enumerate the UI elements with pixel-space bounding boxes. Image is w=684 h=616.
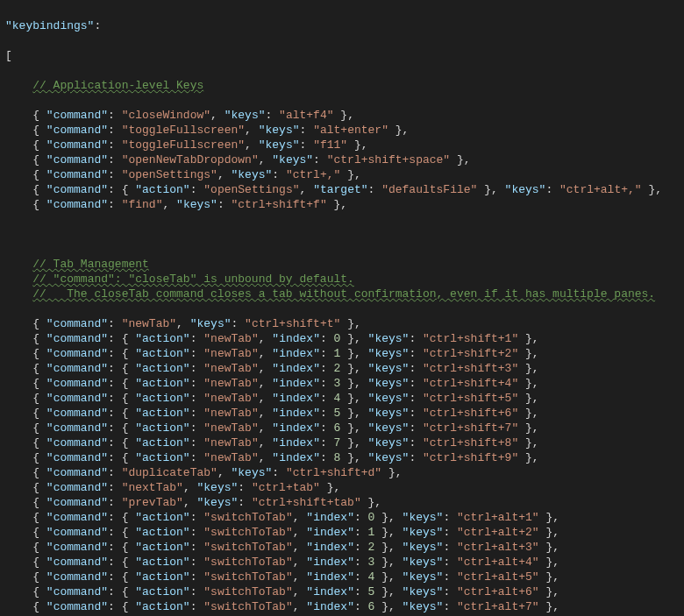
keybinding-entry: { "command": { "action": "switchToTab", … — [5, 555, 684, 570]
keybinding-entry: { "command": { "action": "newTab", "inde… — [5, 406, 684, 421]
comment-tab-mgmt: // "command": "closeTab" is unbound by d… — [5, 272, 684, 287]
code-editor[interactable]: "keybindings": [ // Application-level Ke… — [0, 0, 684, 616]
keybinding-entry: { "command": { "action": "switchToTab", … — [5, 570, 684, 584]
keybinding-entry: { "command": "toggleFullscreen", "keys":… — [5, 138, 684, 152]
keybinding-entry: { "command": "duplicateTab", "keys": "ct… — [5, 465, 684, 480]
keybinding-entry: { "command": { "action": "newTab", "inde… — [5, 331, 684, 346]
keybinding-entry: { "command": "closeWindow", "keys": "alt… — [5, 108, 684, 123]
keybinding-entry: { "command": { "action": "switchToTab", … — [5, 540, 684, 555]
json-array-open: [ — [5, 48, 684, 63]
comment-tab-mgmt: // Tab Management — [5, 257, 684, 272]
keybinding-entry: { "command": { "action": "switchToTab", … — [5, 584, 684, 599]
keybinding-entry: { "command": { "action": "newTab", "inde… — [5, 346, 684, 361]
keybinding-entry: { "command": { "action": "newTab", "inde… — [5, 450, 684, 465]
keybinding-entry: { "command": "newTab", "keys": "ctrl+shi… — [5, 316, 684, 331]
keybinding-entry: { "command": "nextTab", "keys": "ctrl+ta… — [5, 480, 684, 495]
keybinding-entry: { "command": "toggleFullscreen", "keys":… — [5, 123, 684, 138]
keybinding-entry: { "command": "prevTab", "keys": "ctrl+sh… — [5, 495, 684, 510]
comment-app-level: // Application-level Keys — [5, 78, 684, 93]
keybinding-entry: { "command": "openSettings", "keys": "ct… — [5, 167, 684, 182]
keybinding-entry: { "command": { "action": "newTab", "inde… — [5, 421, 684, 435]
keybinding-entry: { "command": { "action": "switchToTab", … — [5, 510, 684, 525]
keybinding-entry: { "command": { "action": "openSettings",… — [5, 182, 684, 197]
comment-tab-mgmt: // The closeTab command closes a tab wit… — [5, 287, 684, 301]
keybinding-entry: { "command": { "action": "switchToTab", … — [5, 599, 684, 614]
json-root-key: "keybindings": — [5, 18, 684, 33]
keybinding-entry: { "command": "find", "keys": "ctrl+shift… — [5, 197, 684, 212]
keybinding-entry: { "command": { "action": "newTab", "inde… — [5, 361, 684, 376]
keybinding-entry: { "command": { "action": "newTab", "inde… — [5, 435, 684, 450]
keybinding-entry: { "command": "openNewTabDropdown", "keys… — [5, 152, 684, 167]
keybinding-entry: { "command": { "action": "newTab", "inde… — [5, 376, 684, 391]
keybinding-entry: { "command": { "action": "switchToTab", … — [5, 525, 684, 540]
keybinding-entry: { "command": { "action": "newTab", "inde… — [5, 391, 684, 406]
blank-line — [5, 227, 684, 242]
